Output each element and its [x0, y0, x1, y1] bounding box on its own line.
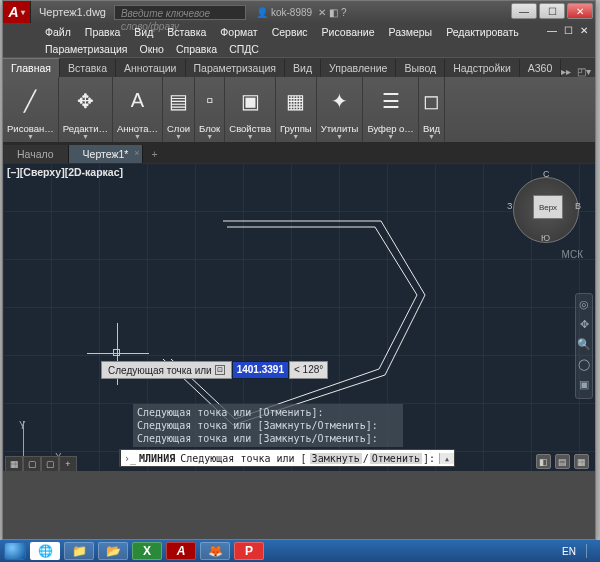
menu-insert[interactable]: Вставка: [167, 26, 206, 38]
start-button[interactable]: [4, 542, 26, 560]
tab-parametric[interactable]: Параметризация: [186, 59, 286, 77]
minimize-button[interactable]: —: [511, 3, 537, 19]
close-button[interactable]: ✕: [567, 3, 593, 19]
panel-icon: ▫: [206, 79, 213, 122]
menu-view[interactable]: Вид: [134, 26, 153, 38]
help-icon[interactable]: ?: [341, 7, 347, 18]
mdi-minimize[interactable]: —: [545, 25, 559, 36]
app-logo-icon[interactable]: A: [3, 1, 31, 23]
layout1-tab[interactable]: ▢: [23, 456, 41, 471]
signin-user[interactable]: 👤 kok-8989: [256, 7, 312, 18]
taskbar-folder[interactable]: 📂: [98, 542, 128, 560]
menu-format[interactable]: Формат: [220, 26, 257, 38]
close-icon[interactable]: ×: [134, 148, 139, 158]
keytips-icon[interactable]: ◧: [329, 7, 338, 18]
taskbar-excel[interactable]: X: [132, 542, 162, 560]
ribbon-panel[interactable]: ▤Слои▼: [163, 77, 195, 142]
panel-icon: ✦: [331, 79, 348, 122]
command-history: Следующая точка или [Отменить]:Следующая…: [133, 404, 403, 447]
tab-insert[interactable]: Вставка: [60, 59, 116, 77]
menu-draw[interactable]: Рисование: [322, 26, 375, 38]
pickbox-icon: [113, 349, 120, 356]
full-nav-icon[interactable]: ◎: [577, 298, 591, 314]
history-line: Следующая точка или [Отменить]:: [137, 406, 399, 419]
exchange-icon[interactable]: ✕: [318, 7, 326, 18]
dyn-distance-input[interactable]: 1401.3391: [232, 361, 289, 379]
drawing-area[interactable]: [–][Сверху][2D-каркас] Верх С Ю В З МСК …: [3, 163, 595, 471]
search-input[interactable]: Введите ключевое слово/фразу: [114, 5, 246, 20]
cmd-option-close[interactable]: Замкнуть: [310, 453, 362, 464]
tab-manage[interactable]: Управление: [321, 59, 396, 77]
tab-output[interactable]: Вывод: [396, 59, 445, 77]
command-line[interactable]: ›_ МЛИНИЯ Следующая точка или [ Замкнуть…: [119, 449, 455, 467]
ribbon-overflow-icon[interactable]: ▸▸: [561, 66, 571, 77]
pan-icon[interactable]: ✥: [577, 318, 591, 334]
status-icon[interactable]: ▦: [574, 454, 589, 469]
viewcube-face[interactable]: Верх: [533, 195, 563, 219]
dynamic-input: Следующая точка или ⊡ 1401.3391 < 128°: [101, 361, 328, 379]
mdi-restore[interactable]: ☐: [561, 25, 575, 36]
ribbon-panel[interactable]: ▦Группы▼: [276, 77, 317, 142]
ribbon-panel[interactable]: ◻Вид▼: [419, 77, 445, 142]
menu-modify[interactable]: Редактировать: [446, 26, 519, 38]
panel-icon: ▤: [169, 79, 188, 122]
ribbon-panel[interactable]: ✥Редакти…▼: [59, 77, 113, 142]
ribbon-panel[interactable]: ╱Рисован…▼: [3, 77, 59, 142]
zoom-icon[interactable]: 🔍: [577, 338, 591, 354]
menu-help[interactable]: Справка: [176, 43, 217, 55]
ribbon-collapse-icon[interactable]: ◰▾: [577, 66, 591, 77]
tab-home[interactable]: Главная: [3, 58, 60, 77]
menu-parametric[interactable]: Параметризация: [45, 43, 128, 55]
viewcube[interactable]: Верх С Ю В З: [507, 171, 585, 249]
ribbon-panel[interactable]: ☰Буфер о…▼: [363, 77, 418, 142]
menu-dimension[interactable]: Размеры: [389, 26, 433, 38]
panel-icon: A: [131, 79, 144, 122]
tab-annotate[interactable]: Аннотации: [116, 59, 186, 77]
menu-file[interactable]: Файл: [45, 26, 71, 38]
taskbar-firefox[interactable]: 🦊: [200, 542, 230, 560]
panel-icon: ╱: [24, 79, 36, 122]
language-indicator[interactable]: EN: [556, 546, 582, 557]
tab-view[interactable]: Вид: [285, 59, 321, 77]
cmdline-recent-icon[interactable]: ▴: [439, 453, 454, 464]
mdi-controls: — ☐ ✕: [545, 25, 591, 36]
tab-addins[interactable]: Надстройки: [445, 59, 520, 77]
model-tab[interactable]: ▦: [5, 456, 23, 471]
history-line: Следующая точка или [Замкнуть/Отменить]:: [137, 419, 399, 432]
status-icon[interactable]: ▤: [555, 454, 570, 469]
layout2-tab[interactable]: ▢: [41, 456, 59, 471]
panel-icon: ▦: [286, 79, 305, 122]
dyn-options-icon[interactable]: ⊡: [215, 365, 225, 375]
status-icon[interactable]: ◧: [536, 454, 551, 469]
taskbar-explorer[interactable]: 📁: [64, 542, 94, 560]
ribbon-panel[interactable]: AАннота…▼: [113, 77, 163, 142]
maximize-button[interactable]: ☐: [539, 3, 565, 19]
tab-drawing1[interactable]: Чертеж1*×: [69, 145, 144, 163]
show-desktop-button[interactable]: [586, 544, 596, 558]
menu-tools[interactable]: Сервис: [272, 26, 308, 38]
showmotion-icon[interactable]: ▣: [577, 378, 591, 394]
new-tab-button[interactable]: +: [143, 145, 165, 163]
history-line: Следующая точка или [Замкнуть/Отменить]:: [137, 432, 399, 445]
panel-icon: ☰: [382, 79, 400, 122]
dyn-angle-input[interactable]: < 128°: [289, 361, 328, 379]
menu-edit[interactable]: Правка: [85, 26, 120, 38]
tab-a360[interactable]: A360: [520, 59, 562, 77]
taskbar-autocad[interactable]: A: [166, 542, 196, 560]
viewport-label[interactable]: [–][Сверху][2D-каркас]: [7, 166, 123, 178]
menu-window[interactable]: Окно: [140, 43, 164, 55]
ribbon-panel[interactable]: ▫Блок▼: [195, 77, 225, 142]
orbit-icon[interactable]: ◯: [577, 358, 591, 374]
ribbon-panel[interactable]: ▣Свойства▼: [225, 77, 276, 142]
mdi-close[interactable]: ✕: [577, 25, 591, 36]
ucs-name[interactable]: МСК: [562, 249, 583, 260]
menu-spds[interactable]: СПДС: [229, 43, 259, 55]
ribbon-panel[interactable]: ✦Утилиты▼: [317, 77, 364, 142]
taskbar-chrome[interactable]: 🌐: [30, 542, 60, 560]
add-layout-tab[interactable]: +: [59, 456, 77, 471]
app-window: A Чертеж1.dwg Введите ключевое слово/фра…: [2, 0, 596, 540]
tab-start[interactable]: Начало: [3, 145, 69, 163]
titlebar-icons: ✕ ◧ ?: [318, 7, 347, 18]
cmd-option-undo[interactable]: Отменить: [370, 453, 422, 464]
taskbar-app[interactable]: P: [234, 542, 264, 560]
